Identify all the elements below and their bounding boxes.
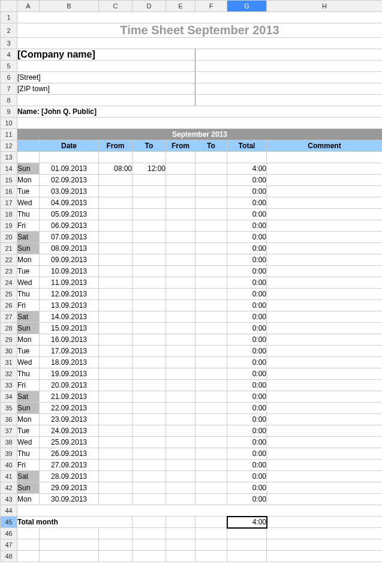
cell[interactable]: [40, 528, 99, 539]
total-cell[interactable]: 0:00: [227, 277, 267, 289]
to2-cell[interactable]: [195, 391, 227, 403]
date-cell[interactable]: 10.09.2013: [40, 266, 99, 277]
from-cell[interactable]: [99, 346, 133, 357]
date-cell[interactable]: 23.09.2013: [40, 414, 99, 425]
comment-cell[interactable]: [267, 425, 383, 437]
cell[interactable]: [17, 12, 383, 23]
from-cell[interactable]: [99, 186, 133, 197]
date-cell[interactable]: 13.09.2013: [40, 300, 99, 311]
row-header-33[interactable]: 33: [1, 380, 17, 391]
from2-cell[interactable]: [166, 357, 195, 368]
date-cell[interactable]: 05.09.2013: [40, 209, 99, 220]
to-cell[interactable]: [133, 175, 166, 186]
date-cell[interactable]: 03.09.2013: [40, 186, 99, 197]
cell[interactable]: [133, 517, 166, 528]
row-header-21[interactable]: 21: [1, 243, 17, 254]
to2-cell[interactable]: [195, 197, 227, 209]
from2-cell[interactable]: [166, 494, 195, 505]
row-header-41[interactable]: 41: [1, 471, 17, 482]
cell[interactable]: [267, 152, 383, 163]
from-cell[interactable]: [99, 209, 133, 220]
row-header-40[interactable]: 40: [1, 460, 17, 471]
total-cell[interactable]: 0:00: [227, 448, 267, 460]
from-cell[interactable]: [99, 482, 133, 494]
total-cell[interactable]: 0:00: [227, 494, 267, 505]
total-cell[interactable]: 0:00: [227, 460, 267, 471]
day-cell[interactable]: Thu: [17, 448, 40, 460]
date-cell[interactable]: 28.09.2013: [40, 471, 99, 482]
comment-cell[interactable]: [267, 334, 383, 346]
row-header-13[interactable]: 13: [1, 152, 17, 163]
row-header-19[interactable]: 19: [1, 220, 17, 232]
from-cell[interactable]: [99, 425, 133, 437]
to-cell[interactable]: [133, 357, 166, 368]
date-cell[interactable]: 08.09.2013: [40, 243, 99, 254]
from2-cell[interactable]: [166, 346, 195, 357]
row-header-22[interactable]: 22: [1, 254, 17, 266]
to2-cell[interactable]: [195, 163, 227, 175]
comment-cell[interactable]: [267, 220, 383, 232]
to-cell[interactable]: [133, 209, 166, 220]
from2-cell[interactable]: [166, 368, 195, 380]
hdr-to[interactable]: To: [133, 140, 166, 152]
from2-cell[interactable]: [166, 323, 195, 334]
from-cell[interactable]: [99, 334, 133, 346]
day-cell[interactable]: Mon: [17, 254, 40, 266]
from-cell[interactable]: [99, 391, 133, 403]
from-cell[interactable]: [99, 277, 133, 289]
comment-cell[interactable]: [267, 391, 383, 403]
comment-cell[interactable]: [267, 437, 383, 448]
total-month-value[interactable]: 4:00: [227, 517, 267, 528]
to2-cell[interactable]: [195, 311, 227, 323]
total-cell[interactable]: 0:00: [227, 197, 267, 209]
from2-cell[interactable]: [166, 266, 195, 277]
from2-cell[interactable]: [166, 448, 195, 460]
to-cell[interactable]: [133, 346, 166, 357]
to2-cell[interactable]: [195, 232, 227, 243]
from2-cell[interactable]: [166, 460, 195, 471]
row-header-11[interactable]: 11: [1, 129, 17, 140]
select-all-corner[interactable]: [1, 1, 17, 12]
cell[interactable]: [17, 528, 40, 539]
date-cell[interactable]: 14.09.2013: [40, 311, 99, 323]
to-cell[interactable]: [133, 220, 166, 232]
to-cell[interactable]: [133, 243, 166, 254]
comment-cell[interactable]: [267, 209, 383, 220]
comment-cell[interactable]: [267, 197, 383, 209]
date-cell[interactable]: 25.09.2013: [40, 437, 99, 448]
zip-town[interactable]: [ZIP town]: [17, 83, 195, 95]
from-cell[interactable]: [99, 243, 133, 254]
from2-cell[interactable]: [166, 334, 195, 346]
to-cell[interactable]: [133, 414, 166, 425]
row-header-29[interactable]: 29: [1, 334, 17, 346]
row-header-25[interactable]: 25: [1, 289, 17, 300]
from2-cell[interactable]: [166, 232, 195, 243]
comment-cell[interactable]: [267, 277, 383, 289]
total-cell[interactable]: 0:00: [227, 482, 267, 494]
cell[interactable]: [166, 539, 195, 551]
cell[interactable]: [99, 528, 133, 539]
name-line[interactable]: Name: [John Q. Public]: [17, 106, 383, 118]
to2-cell[interactable]: [195, 368, 227, 380]
date-cell[interactable]: 11.09.2013: [40, 277, 99, 289]
row-header-6[interactable]: 6: [1, 72, 17, 83]
date-cell[interactable]: 27.09.2013: [40, 460, 99, 471]
row-header-28[interactable]: 28: [1, 323, 17, 334]
cell[interactable]: [166, 551, 195, 562]
cell[interactable]: [267, 528, 383, 539]
from2-cell[interactable]: [166, 277, 195, 289]
total-cell[interactable]: 0:00: [227, 403, 267, 414]
cell[interactable]: [166, 528, 195, 539]
total-month-label[interactable]: Total month: [17, 517, 133, 528]
day-cell[interactable]: Mon: [17, 334, 40, 346]
col-header-H[interactable]: H: [267, 1, 383, 12]
to2-cell[interactable]: [195, 266, 227, 277]
row-header-34[interactable]: 34: [1, 391, 17, 403]
to2-cell[interactable]: [195, 414, 227, 425]
month-header[interactable]: September 2013: [17, 129, 383, 140]
day-cell[interactable]: Sat: [17, 471, 40, 482]
cell[interactable]: [195, 551, 227, 562]
day-cell[interactable]: Sun: [17, 482, 40, 494]
row-header-1[interactable]: 1: [1, 12, 17, 23]
from-cell[interactable]: [99, 471, 133, 482]
